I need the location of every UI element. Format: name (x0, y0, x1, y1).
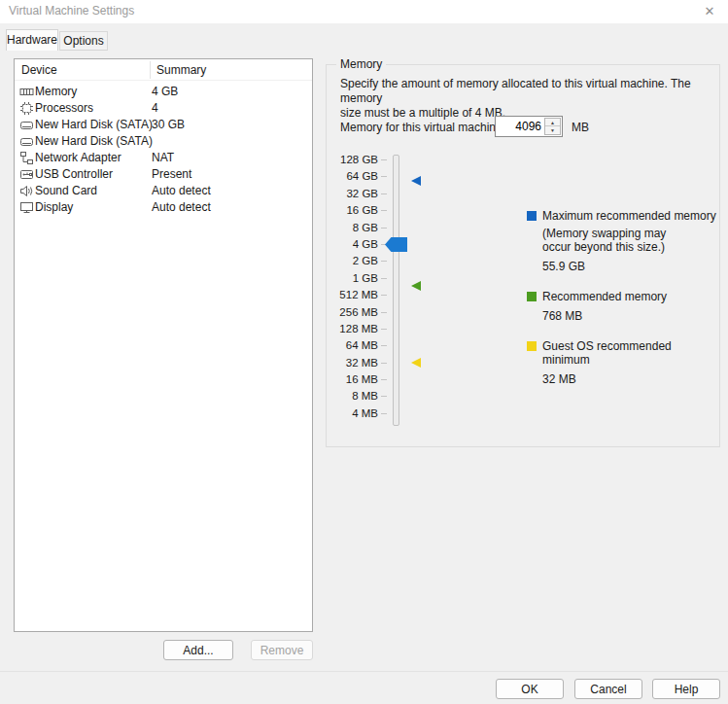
legend-value: 768 MB (542, 309, 719, 323)
device-row-display[interactable]: Display Auto detect (15, 199, 312, 216)
memory-unit-label: MB (572, 121, 589, 134)
scale-tick (381, 295, 387, 296)
memory-input[interactable] (496, 118, 543, 135)
display-icon (19, 200, 34, 215)
device-list-header: Device Summary (15, 59, 312, 81)
device-summary: Present (152, 167, 191, 181)
recommended-swatch-icon (527, 292, 537, 301)
scale-label: 16 MB (346, 373, 378, 385)
scale-label: 8 MB (352, 390, 378, 402)
scale-label: 4 GB (353, 238, 378, 250)
legend-label: Guest OS recommended minimum (542, 339, 719, 367)
device-name: Processors (35, 101, 93, 115)
device-summary: Auto detect (152, 184, 211, 197)
scale-label: 16 GB (346, 204, 378, 216)
scale-tick (381, 176, 387, 177)
scale-tick (381, 312, 387, 313)
device-row-memory[interactable]: Memory 4 GB (15, 84, 312, 100)
legend-value: 55.9 GB (542, 260, 719, 273)
legend-recommended: Recommended memory 768 MB (527, 290, 719, 323)
legend-value: 32 MB (542, 372, 719, 386)
scale-label: 256 MB (339, 306, 378, 318)
scale-label: 2 GB (353, 255, 378, 266)
hard-disk-icon (19, 118, 34, 132)
device-row-usb-controller[interactable]: USB Controller Present (15, 166, 312, 183)
help-button[interactable]: Help (652, 679, 720, 699)
maximum-swatch-icon (527, 211, 537, 221)
scale-label: 32 GB (346, 188, 378, 199)
memory-group-title: Memory (336, 57, 386, 71)
device-name: Memory (35, 85, 77, 98)
scale-label: 64 GB (346, 170, 378, 182)
device-summary: 30 GB (152, 118, 185, 131)
device-name: Network Adapter (35, 151, 121, 164)
scale-tick (381, 363, 387, 364)
scale-tick (381, 159, 387, 160)
memory-icon (19, 85, 34, 99)
memory-scale: 128 GB 64 GB 32 GB 16 GB 8 GB 4 GB 2 GB … (328, 152, 396, 422)
device-row-processors[interactable]: Processors 4 (15, 100, 312, 117)
scale-label: 128 GB (340, 154, 378, 165)
device-row-network-adapter[interactable]: Network Adapter NAT (15, 150, 312, 166)
memory-slider-track[interactable] (393, 155, 399, 426)
column-header-device[interactable]: Device (21, 63, 57, 77)
device-name: New Hard Disk (SATA) (35, 118, 153, 131)
tab-hardware[interactable]: Hardware (6, 29, 58, 51)
column-separator (150, 61, 151, 79)
close-icon[interactable]: ✕ (695, 0, 724, 23)
remove-device-button: Remove (251, 640, 313, 660)
bottom-separator (0, 671, 728, 672)
device-summary: Auto detect (152, 200, 211, 214)
scale-label: 8 GB (353, 222, 378, 233)
ok-button[interactable]: OK (496, 679, 564, 699)
add-device-button[interactable]: Add... (163, 640, 233, 660)
device-summary: NAT (152, 151, 174, 164)
scale-tick (381, 261, 387, 262)
device-summary: 4 (152, 101, 158, 115)
scale-tick (381, 228, 387, 229)
memory-input-label: Memory for this virtual machine: (340, 121, 505, 134)
device-row-hard-disk-2[interactable]: New Hard Disk (SATA) (15, 133, 312, 150)
scale-label: 32 MB (346, 357, 378, 369)
guest-os-minimum-swatch-icon (527, 341, 537, 351)
column-header-summary[interactable]: Summary (156, 63, 206, 77)
scale-label: 1 GB (353, 272, 378, 284)
hard-disk-icon (19, 134, 34, 149)
memory-group-box: Memory Specify the amount of memory allo… (326, 64, 720, 447)
memory-spinner: ▲ ▼ (544, 118, 561, 135)
memory-input-wrap: ▲ ▼ (495, 116, 563, 137)
device-name: New Hard Disk (SATA) (35, 134, 153, 148)
cancel-button[interactable]: Cancel (574, 679, 642, 699)
scale-tick (381, 396, 387, 397)
recommended-memory-marker-icon (411, 281, 421, 291)
spinner-down-icon[interactable]: ▼ (545, 126, 560, 134)
processor-icon (19, 101, 34, 116)
scale-tick (381, 194, 387, 194)
usb-controller-icon (19, 167, 34, 182)
device-rows: Memory 4 GB Processors 4 New Hard Disk (… (15, 84, 312, 216)
sound-card-icon (19, 184, 34, 198)
scale-tick (381, 413, 387, 414)
minimum-memory-marker-icon (411, 358, 421, 368)
legend-label: Maximum recommended memory (542, 209, 716, 223)
scale-label: 4 MB (352, 407, 378, 419)
device-summary: 4 GB (152, 85, 178, 98)
window-title: Virtual Machine Settings (9, 4, 134, 18)
device-row-sound-card[interactable]: Sound Card Auto detect (15, 183, 312, 199)
scale-tick (381, 210, 387, 211)
scale-tick (381, 345, 387, 346)
scale-label: 512 MB (339, 289, 378, 300)
vm-settings-dialog: Virtual Machine Settings ✕ Hardware Opti… (0, 0, 728, 704)
device-name: USB Controller (35, 167, 113, 181)
spinner-up-icon[interactable]: ▲ (545, 119, 560, 126)
scale-label: 128 MB (339, 323, 378, 334)
tab-options[interactable]: Options (59, 31, 108, 51)
legend-guest-os-minimum: Guest OS recommended minimum 32 MB (527, 339, 719, 386)
network-adapter-icon (19, 151, 34, 165)
scale-tick (381, 329, 387, 330)
device-row-hard-disk-1[interactable]: New Hard Disk (SATA) 30 GB (15, 117, 312, 133)
scale-tick (381, 278, 387, 279)
device-name: Display (35, 200, 73, 214)
legend-note: (Memory swapping may occur beyond this s… (542, 227, 719, 254)
legend-maximum: Maximum recommended memory (Memory swapp… (527, 209, 719, 273)
